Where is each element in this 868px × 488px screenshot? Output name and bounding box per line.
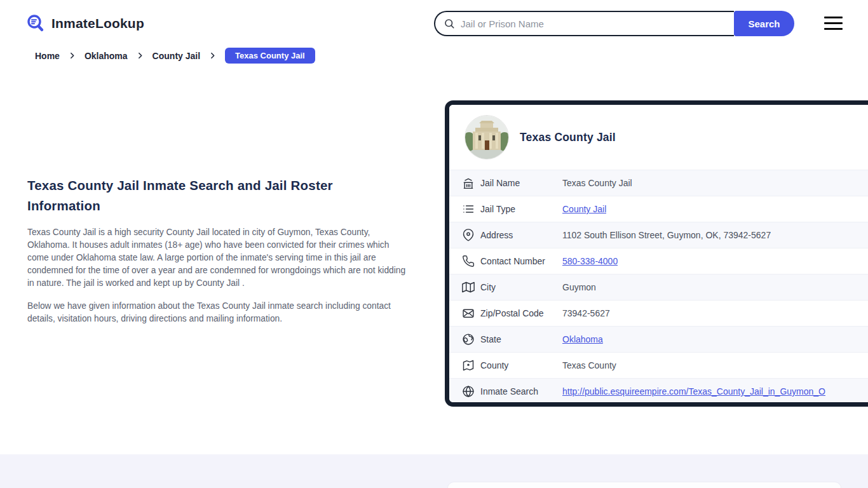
- jail-card-title: Texas County Jail: [520, 131, 616, 144]
- jail-photo: [465, 115, 509, 159]
- article-paragraph: Below we have given information about th…: [27, 300, 409, 325]
- jail-info-card: Texas County Jail Jail Name Texas County…: [445, 100, 868, 407]
- row-label: Jail Type: [480, 204, 562, 214]
- table-row: Address 1102 South Ellison Street, Guymo…: [449, 222, 868, 248]
- row-value: Texas County: [562, 360, 616, 370]
- bank-icon: [462, 177, 475, 189]
- article-paragraph: Texas County Jail is a high security Cou…: [27, 226, 409, 290]
- menu-icon[interactable]: [824, 17, 843, 30]
- row-value: 73942-5627: [562, 308, 610, 318]
- state-link[interactable]: Oklahoma: [562, 334, 603, 344]
- table-row: Jail Name Texas County Jail: [449, 170, 868, 196]
- map-pin-icon: [462, 229, 475, 241]
- magnifier-lines-icon: [25, 13, 46, 34]
- search-input[interactable]: [455, 18, 734, 30]
- row-label: Address: [480, 230, 562, 240]
- table-row: Zip/Postal Code 73942-5627: [449, 300, 868, 326]
- county-map-icon: [462, 359, 475, 372]
- table-row: Contact Number 580-338-4000: [449, 248, 868, 274]
- article: Texas County Jail Inmate Search and Jail…: [27, 175, 409, 325]
- row-value: Guymon: [562, 282, 596, 292]
- brand-name: InmateLookup: [51, 16, 144, 31]
- page-title: Texas County Jail Inmate Search and Jail…: [27, 175, 409, 216]
- jail-type-link[interactable]: County Jail: [562, 204, 606, 214]
- jail-detail-table: Jail Name Texas County Jail Jail Type Co…: [449, 170, 868, 404]
- envelope-icon: [462, 307, 475, 320]
- row-label: City: [480, 282, 562, 292]
- table-row: County Texas County: [449, 352, 868, 378]
- search-button[interactable]: Search: [734, 11, 794, 36]
- site-search: Search: [434, 11, 794, 36]
- chevron-right-icon: [136, 51, 144, 60]
- globe-icon: [462, 385, 475, 398]
- table-row: Inmate Search http://public.esquireempir…: [449, 378, 868, 404]
- earth-icon: [462, 333, 475, 346]
- row-value: Texas County Jail: [562, 178, 632, 188]
- breadcrumb: Home Oklahoma County Jail Texas County J…: [35, 48, 315, 64]
- table-row: Jail Type County Jail: [449, 196, 868, 222]
- row-value: 1102 South Ellison Street, Guymon, OK, 7…: [562, 230, 771, 240]
- row-label: Zip/Postal Code: [480, 308, 562, 318]
- row-label: Jail Name: [480, 178, 562, 188]
- row-label: State: [480, 334, 562, 344]
- card-header: Texas County Jail: [449, 105, 868, 170]
- next-card-edge: [447, 482, 841, 488]
- row-label: Contact Number: [480, 256, 562, 266]
- row-label: County: [480, 360, 562, 370]
- contact-number-link[interactable]: 580-338-4000: [562, 256, 618, 266]
- chevron-right-icon: [68, 51, 76, 60]
- breadcrumb-home[interactable]: Home: [35, 51, 60, 61]
- list-icon: [462, 203, 475, 215]
- row-label: Inmate Search: [480, 386, 562, 396]
- breadcrumb-current-badge[interactable]: Texas County Jail: [225, 48, 315, 64]
- table-row: City Guymon: [449, 274, 868, 300]
- search-field-container: [434, 11, 734, 36]
- breadcrumb-county-jail[interactable]: County Jail: [153, 51, 200, 61]
- phone-icon: [462, 255, 475, 268]
- table-row: State Oklahoma: [449, 326, 868, 352]
- breadcrumb-oklahoma[interactable]: Oklahoma: [85, 51, 128, 61]
- map-icon: [462, 281, 475, 294]
- chevron-right-icon: [208, 51, 217, 60]
- search-icon: [444, 18, 455, 29]
- inmate-search-link[interactable]: http://public.esquireempire.com/Texas_Co…: [562, 386, 825, 396]
- brand-logo[interactable]: InmateLookup: [25, 13, 144, 34]
